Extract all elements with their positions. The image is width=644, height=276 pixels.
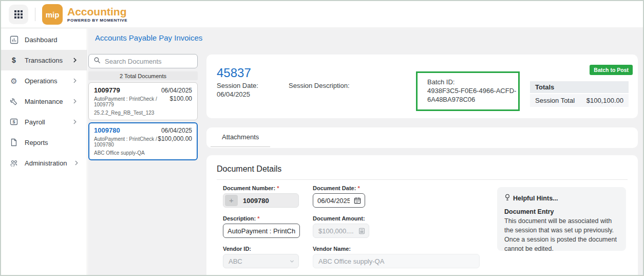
document-date-label: Document Date: * bbox=[313, 185, 360, 191]
session-date-value: 06/04/2025 bbox=[217, 90, 250, 98]
document-amount-value: $100,000.... bbox=[313, 227, 358, 235]
sidebar-item-label: Maintenance bbox=[25, 98, 63, 105]
document-amount-field: $100,000.... bbox=[313, 224, 369, 238]
hints-subtitle: Document Entry bbox=[504, 208, 619, 215]
document-number-field: + 1009780 bbox=[223, 193, 299, 208]
sidebar-item-label: Payroll bbox=[25, 118, 45, 126]
sidebar-item-payroll[interactable]: $ Payroll bbox=[1, 112, 87, 132]
sidebar-item-reports[interactable]: Reports bbox=[1, 132, 87, 153]
dollar-icon: $ bbox=[9, 56, 18, 64]
total-documents-label: 2 Total Documents bbox=[120, 73, 166, 79]
required-marker: * bbox=[277, 185, 279, 191]
search-icon bbox=[93, 57, 101, 66]
sidebar-item-operations[interactable]: ⚙ Operations bbox=[1, 70, 87, 91]
payroll-icon: $ bbox=[9, 118, 18, 126]
document-note: ABC Office supply-QA bbox=[94, 150, 192, 156]
page-title: Accounts Payable Pay Invoices bbox=[95, 33, 202, 42]
sidebar-item-administration[interactable]: Administration bbox=[1, 153, 87, 173]
document-note: 25.2.2_Reg_RB_Test_123 bbox=[94, 110, 192, 116]
chevron-right-icon bbox=[73, 159, 80, 167]
session-description-label: Session Description: bbox=[289, 82, 350, 89]
lightbulb-icon bbox=[504, 194, 510, 203]
mip-logo: mip bbox=[42, 4, 63, 25]
gear-icon: ⚙ bbox=[9, 77, 18, 85]
description-label: Description: * bbox=[223, 215, 260, 222]
status-badge: Batch to Post bbox=[590, 65, 633, 75]
sidebar: Dashboard $ Transactions ⚙ Operations Ma… bbox=[1, 29, 87, 275]
grid-icon bbox=[14, 10, 23, 19]
calendar-icon[interactable] bbox=[354, 197, 361, 204]
hints-title: Helpful Hints... bbox=[513, 195, 558, 202]
chevron-right-icon bbox=[71, 77, 79, 84]
hints-body: This document will be associated with th… bbox=[504, 216, 619, 254]
document-amount-label: Document Amount: bbox=[313, 215, 365, 222]
document-amount: $100,000.00 bbox=[158, 135, 192, 142]
app-launcher-button[interactable] bbox=[9, 5, 28, 24]
main-content: Accounts Payable Pay Invoices 2 Total Do… bbox=[88, 29, 643, 275]
vendor-id-field: ABC bbox=[223, 254, 299, 268]
document-date-input[interactable] bbox=[313, 197, 354, 205]
wrench-icon bbox=[9, 97, 18, 105]
document-date: 06/04/2025 bbox=[161, 87, 192, 94]
section-divider bbox=[217, 179, 628, 180]
sidebar-item-label: Transactions bbox=[25, 57, 63, 64]
document-amount: $100.00 bbox=[170, 95, 192, 102]
mip-logo-text: mip bbox=[46, 10, 60, 19]
document-details-card: Document Details Document Number: * + 10… bbox=[206, 155, 638, 276]
description-field bbox=[223, 224, 300, 238]
sidebar-item-transactions[interactable]: $ Transactions bbox=[1, 50, 87, 70]
chevron-right-icon bbox=[71, 98, 79, 105]
plus-icon[interactable]: + bbox=[225, 195, 238, 206]
document-icon bbox=[9, 138, 18, 146]
document-number-value: 1009780 bbox=[243, 197, 269, 205]
totals-row-value: $100,100.00 bbox=[586, 97, 623, 104]
chevron-down-icon bbox=[289, 259, 295, 264]
document-description: AutoPayment : PrintCheck / 1009779 bbox=[94, 96, 170, 107]
header-divider bbox=[35, 8, 35, 21]
sidebar-item-maintenance[interactable]: Maintenance bbox=[1, 91, 87, 112]
session-number: 45837 bbox=[217, 66, 251, 80]
vendor-id-label: Vendor ID: bbox=[223, 246, 251, 252]
document-description: AutoPayment : PrintCheck / 1009780 bbox=[94, 136, 158, 148]
document-list-item-selected[interactable]: 1009780 06/04/2025 AutoPayment : PrintCh… bbox=[88, 122, 198, 160]
required-marker: * bbox=[257, 215, 259, 222]
document-list-item[interactable]: 1009779 06/04/2025 AutoPayment : PrintCh… bbox=[88, 82, 198, 120]
vendor-name-field: ABC Office supply-QA bbox=[313, 254, 480, 268]
section-title: Document Details bbox=[217, 164, 281, 174]
top-bar: mip Accounting POWERED BY MOMENTIVE bbox=[1, 1, 643, 28]
vendor-id-value: ABC bbox=[223, 257, 248, 265]
session-summary-card: 45837 Session Date: 06/04/2025 Session D… bbox=[206, 54, 638, 118]
totals-header: Totals bbox=[530, 81, 629, 93]
description-input[interactable] bbox=[223, 227, 299, 235]
app-window: mip Accounting POWERED BY MOMENTIVE Dash… bbox=[0, 0, 644, 276]
chevron-right-icon bbox=[71, 118, 79, 125]
dashboard-icon bbox=[9, 35, 18, 44]
attachments-card: Attachments bbox=[206, 127, 638, 148]
sidebar-item-label: Dashboard bbox=[25, 36, 58, 44]
documents-panel: 2 Total Documents 1009779 06/04/2025 Aut… bbox=[88, 54, 198, 160]
session-date-label: Session Date: bbox=[217, 82, 258, 89]
document-number-label: Document Number: * bbox=[223, 185, 279, 191]
sidebar-item-label: Reports bbox=[25, 139, 48, 146]
totals-row-label: Session Total bbox=[535, 97, 575, 104]
search-input[interactable] bbox=[105, 58, 195, 65]
helpful-hints-panel: Helpful Hints... Document Entry This doc… bbox=[497, 187, 626, 251]
vendor-name-label: Vendor Name: bbox=[313, 246, 351, 252]
search-box bbox=[88, 54, 198, 68]
tab-attachments[interactable]: Attachments bbox=[211, 127, 270, 147]
calculator-icon bbox=[358, 228, 365, 234]
required-marker: * bbox=[357, 185, 359, 191]
document-date: 06/04/2025 bbox=[161, 127, 192, 134]
sidebar-item-label: Administration bbox=[25, 159, 67, 167]
people-icon bbox=[9, 159, 18, 167]
document-date-field bbox=[313, 193, 365, 208]
batch-id-label: Batch ID: bbox=[427, 78, 514, 86]
batch-id-value: 4938F3C5-F0E6-4966-ACFD-6A48BA978C06 bbox=[427, 86, 517, 104]
tab-attachments-label: Attachments bbox=[222, 133, 259, 141]
document-number: 1009779 bbox=[94, 86, 120, 94]
sidebar-item-dashboard[interactable]: Dashboard bbox=[1, 29, 87, 50]
svg-text:$: $ bbox=[12, 119, 15, 124]
product-title: Accounting bbox=[67, 6, 127, 17]
chevron-right-icon bbox=[71, 57, 79, 64]
total-documents-bar: 2 Total Documents bbox=[88, 71, 198, 80]
